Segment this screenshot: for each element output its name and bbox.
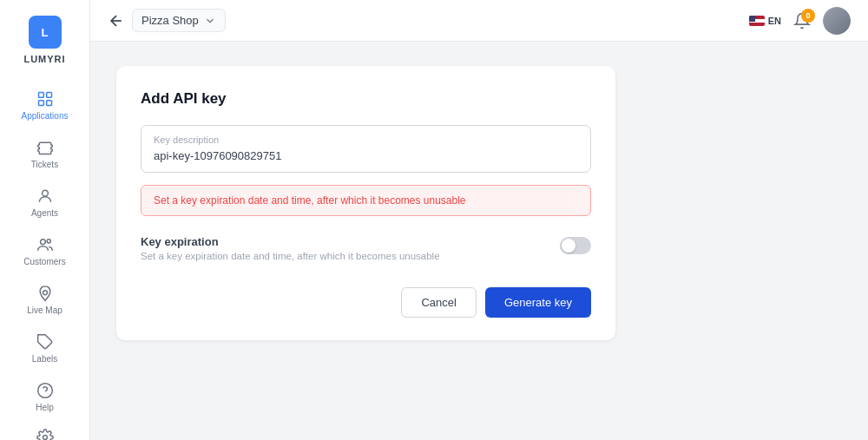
toggle-knob <box>562 239 575 253</box>
svg-point-7 <box>43 291 47 295</box>
chevron-down-icon <box>204 15 216 27</box>
key-expiration-row: Key expiration Set a key expiration date… <box>141 232 591 265</box>
toggle-description: Set a key expiration date and time, afte… <box>141 251 440 261</box>
logo-text: LUMYRI <box>23 54 65 64</box>
input-label: Key description <box>154 135 578 145</box>
sidebar-item-label-agents: Agents <box>31 208 58 219</box>
key-description-field[interactable]: Key description <box>141 125 591 173</box>
svg-rect-0 <box>38 93 43 98</box>
menu-icon <box>108 12 125 30</box>
grid-icon <box>36 90 54 108</box>
main-area: Pizza Shop EN 0 Add API <box>90 0 868 440</box>
sidebar: L LUMYRI Applications Tickets Agents <box>0 0 90 440</box>
ticket-icon <box>36 139 54 156</box>
menu-toggle-button[interactable] <box>108 12 125 30</box>
sidebar-nav: Applications Tickets Agents Customers <box>0 78 89 420</box>
topbar-left: Pizza Shop <box>108 9 226 32</box>
shop-selector[interactable]: Pizza Shop <box>132 9 226 32</box>
avatar-image <box>823 7 851 35</box>
svg-point-4 <box>42 190 48 196</box>
card-title: Add API key <box>141 90 591 108</box>
sidebar-item-applications[interactable]: Applications <box>0 82 89 128</box>
settings-icon <box>36 429 54 440</box>
sidebar-item-live-map[interactable]: Live Map <box>0 276 89 323</box>
svg-point-5 <box>40 240 45 245</box>
svg-rect-1 <box>46 93 51 98</box>
agent-icon <box>36 187 54 205</box>
lang-label: EN <box>768 16 781 26</box>
key-expiration-toggle[interactable] <box>560 237 591 254</box>
warning-text: Set a key expiration date and time, afte… <box>154 194 466 207</box>
generate-key-button[interactable]: Generate key <box>485 287 591 318</box>
notifications-button[interactable]: 0 <box>793 12 811 30</box>
sidebar-bottom: Settings <box>0 420 89 440</box>
sidebar-item-label-tickets: Tickets <box>31 160 58 170</box>
svg-rect-3 <box>46 101 51 106</box>
sidebar-logo: L LUMYRI <box>0 0 89 78</box>
sidebar-item-tickets[interactable]: Tickets <box>0 130 89 177</box>
customers-icon <box>36 236 54 253</box>
sidebar-item-label-customers: Customers <box>23 257 65 267</box>
cancel-button[interactable]: Cancel <box>401 287 476 318</box>
add-api-key-card: Add API key Key description Set a key ex… <box>116 66 615 340</box>
sidebar-item-label-labels: Labels <box>32 354 57 364</box>
sidebar-item-customers[interactable]: Customers <box>0 227 89 274</box>
notification-count-badge: 0 <box>801 9 815 23</box>
sidebar-item-label-live-map: Live Map <box>27 305 62 316</box>
language-selector[interactable]: EN <box>749 16 781 26</box>
toggle-title: Key expiration <box>141 235 440 248</box>
warning-box: Set a key expiration date and time, afte… <box>141 185 591 216</box>
sidebar-item-settings[interactable]: Settings <box>0 420 89 440</box>
map-icon <box>36 285 54 302</box>
content-area: Add API key Key description Set a key ex… <box>90 42 868 440</box>
logo-icon: L <box>29 16 62 49</box>
sidebar-item-label-applications: Applications <box>22 111 69 121</box>
flag-icon <box>749 16 765 26</box>
key-description-input[interactable] <box>154 149 578 162</box>
sidebar-item-agents[interactable]: Agents <box>0 179 89 226</box>
topbar: Pizza Shop EN 0 <box>90 0 868 42</box>
svg-point-11 <box>43 436 47 440</box>
sidebar-item-label-help: Help <box>36 403 54 413</box>
svg-point-6 <box>47 240 50 243</box>
svg-point-9 <box>37 384 52 398</box>
toggle-info: Key expiration Set a key expiration date… <box>141 235 440 261</box>
topbar-right: EN 0 <box>749 7 851 35</box>
sidebar-item-help[interactable]: Help <box>0 373 89 420</box>
shop-name: Pizza Shop <box>141 14 199 27</box>
svg-rect-2 <box>38 101 43 106</box>
sidebar-item-labels[interactable]: Labels <box>0 325 89 371</box>
help-icon <box>36 382 54 399</box>
card-actions: Cancel Generate key <box>141 287 591 318</box>
labels-icon <box>36 333 54 351</box>
avatar[interactable] <box>823 7 851 35</box>
